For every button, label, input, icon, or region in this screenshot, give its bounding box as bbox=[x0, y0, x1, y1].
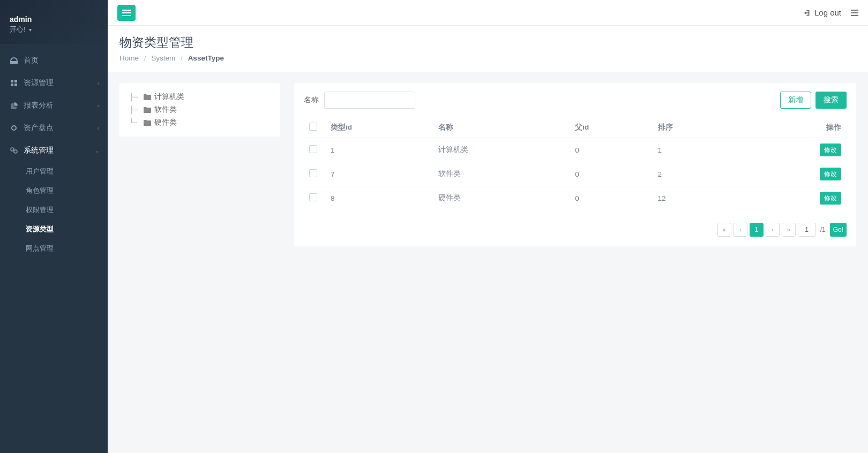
user-status[interactable]: 开心! ▾ bbox=[10, 25, 98, 34]
subnav-item-3[interactable]: 资源类型 bbox=[0, 220, 108, 239]
cell-parent-id: 0 bbox=[570, 138, 652, 162]
svg-rect-12 bbox=[851, 15, 858, 16]
tree-node-label: 软件类 bbox=[154, 105, 177, 115]
svg-rect-11 bbox=[851, 12, 858, 13]
folder-icon bbox=[144, 120, 151, 126]
pager-next[interactable]: › bbox=[766, 223, 780, 237]
header-menu-icon[interactable] bbox=[851, 10, 858, 16]
add-button[interactable]: 新增 bbox=[780, 92, 811, 109]
sidebar-item-1[interactable]: 资源管理‹ bbox=[0, 72, 108, 94]
chevron-down-icon: ⌄ bbox=[95, 148, 99, 154]
sidebar-item-label: 报表分析 bbox=[24, 101, 54, 110]
content: ├─ 计算机类├─ 软件类└─ 硬件类 名称 新增 搜索 bbox=[108, 72, 868, 453]
breadcrumb-home[interactable]: Home bbox=[119, 54, 139, 62]
breadcrumb-sep: / bbox=[181, 54, 183, 62]
sidebar: admin 开心! ▾ 首页资源管理‹报表分析‹资产盘点‹系统管理⌄ 用户管理角… bbox=[0, 0, 108, 453]
cell-type-id: 8 bbox=[325, 186, 433, 210]
select-all-checkbox[interactable] bbox=[309, 123, 317, 131]
dot-icon bbox=[10, 125, 18, 131]
pager: « ‹ 1 › » /1 Go! bbox=[294, 217, 856, 246]
hamburger-icon bbox=[122, 10, 131, 16]
tree-node-label: 计算机类 bbox=[154, 92, 184, 102]
breadcrumb-system[interactable]: System bbox=[151, 54, 175, 62]
pager-page-1[interactable]: 1 bbox=[750, 223, 764, 237]
user-status-text: 开心! bbox=[10, 25, 26, 34]
filter-name-input[interactable] bbox=[324, 92, 415, 109]
sidebar-item-0[interactable]: 首页 bbox=[0, 49, 108, 72]
svg-rect-8 bbox=[122, 12, 131, 13]
chevron-left-icon: ‹ bbox=[98, 80, 99, 86]
cell-sort: 1 bbox=[653, 138, 739, 162]
edit-button[interactable]: 修改 bbox=[820, 144, 841, 156]
subnav-item-2[interactable]: 权限管理 bbox=[0, 200, 108, 220]
table-row: 7软件类02修改 bbox=[304, 162, 847, 186]
pager-input[interactable] bbox=[798, 223, 816, 237]
folder-icon bbox=[144, 94, 151, 100]
edit-button[interactable]: 修改 bbox=[820, 168, 841, 180]
tree-branch-icon: ├─ bbox=[129, 105, 143, 114]
username: admin bbox=[10, 15, 98, 24]
th-name: 名称 bbox=[433, 117, 570, 138]
main: Log out 物资类型管理 Home / System / AssetType… bbox=[108, 0, 868, 453]
pager-go-button[interactable]: Go! bbox=[830, 223, 847, 237]
tree-branch-icon: ├─ bbox=[129, 93, 143, 101]
search-button[interactable]: 搜索 bbox=[815, 92, 847, 109]
cell-name: 计算机类 bbox=[433, 138, 570, 162]
topbar: Log out bbox=[108, 0, 868, 26]
sidebar-item-label: 首页 bbox=[24, 56, 39, 65]
tree-panel: ├─ 计算机类├─ 软件类└─ 硬件类 bbox=[119, 83, 280, 137]
pie-icon bbox=[10, 102, 18, 109]
svg-rect-9 bbox=[122, 15, 131, 16]
cell-name: 软件类 bbox=[433, 162, 570, 186]
tree-node[interactable]: ├─ 软件类 bbox=[129, 103, 271, 116]
table-row: 1计算机类01修改 bbox=[304, 138, 847, 162]
sidebar-item-label: 资源管理 bbox=[24, 78, 54, 88]
tree-node-label: 硬件类 bbox=[154, 118, 177, 127]
th-type-id: 类型id bbox=[325, 117, 433, 138]
caret-down-icon: ▾ bbox=[29, 27, 32, 33]
logout-link[interactable]: Log out bbox=[804, 8, 841, 17]
tree-node[interactable]: └─ 硬件类 bbox=[129, 116, 271, 129]
breadcrumb-current: AssetType bbox=[188, 54, 224, 62]
svg-rect-1 bbox=[14, 80, 17, 82]
page-head: 物资类型管理 Home / System / AssetType bbox=[108, 26, 868, 72]
table-wrap: 类型id 名称 父id 排序 操作 1计算机类01修改7软件类02修改8硬件类0… bbox=[294, 117, 856, 217]
cell-name: 硬件类 bbox=[433, 186, 570, 210]
asset-type-table: 类型id 名称 父id 排序 操作 1计算机类01修改7软件类02修改8硬件类0… bbox=[304, 117, 847, 210]
breadcrumb-sep: / bbox=[144, 54, 146, 62]
tree-node[interactable]: ├─ 计算机类 bbox=[129, 90, 271, 103]
grid-icon bbox=[10, 80, 18, 86]
tree: ├─ 计算机类├─ 软件类└─ 硬件类 bbox=[129, 90, 271, 129]
row-checkbox[interactable] bbox=[309, 169, 317, 177]
cogs-icon bbox=[10, 147, 18, 154]
row-checkbox[interactable] bbox=[309, 145, 317, 153]
hamburger-button[interactable] bbox=[117, 5, 136, 21]
sidebar-item-2[interactable]: 报表分析‹ bbox=[0, 94, 108, 117]
th-sort: 排序 bbox=[653, 117, 739, 138]
edit-button[interactable]: 修改 bbox=[820, 192, 841, 205]
nav: 首页资源管理‹报表分析‹资产盘点‹系统管理⌄ bbox=[0, 49, 108, 162]
sidebar-item-4[interactable]: 系统管理⌄ bbox=[0, 139, 108, 162]
svg-rect-7 bbox=[122, 10, 131, 11]
filter-row: 名称 新增 搜索 bbox=[294, 83, 856, 117]
svg-rect-3 bbox=[14, 84, 17, 86]
folder-icon bbox=[144, 107, 151, 113]
pager-first[interactable]: « bbox=[717, 223, 731, 237]
pager-last[interactable]: » bbox=[782, 223, 796, 237]
cell-type-id: 7 bbox=[325, 162, 433, 186]
subnav-item-0[interactable]: 用户管理 bbox=[0, 162, 108, 181]
svg-point-5 bbox=[11, 148, 14, 151]
subnav: 用户管理角色管理权限管理资源类型网点管理 bbox=[0, 162, 108, 258]
subnav-item-1[interactable]: 角色管理 bbox=[0, 181, 108, 200]
cell-sort: 2 bbox=[653, 162, 739, 186]
svg-point-4 bbox=[12, 126, 16, 130]
row-checkbox[interactable] bbox=[309, 193, 317, 201]
pager-prev[interactable]: ‹ bbox=[734, 223, 747, 237]
breadcrumb: Home / System / AssetType bbox=[119, 54, 856, 62]
sidebar-item-3[interactable]: 资产盘点‹ bbox=[0, 117, 108, 139]
filter-name-label: 名称 bbox=[304, 95, 319, 105]
svg-rect-0 bbox=[11, 80, 13, 82]
right-panel: 名称 新增 搜索 类型id 名称 父id bbox=[294, 83, 856, 246]
cell-type-id: 1 bbox=[325, 138, 433, 162]
subnav-item-4[interactable]: 网点管理 bbox=[0, 239, 108, 258]
